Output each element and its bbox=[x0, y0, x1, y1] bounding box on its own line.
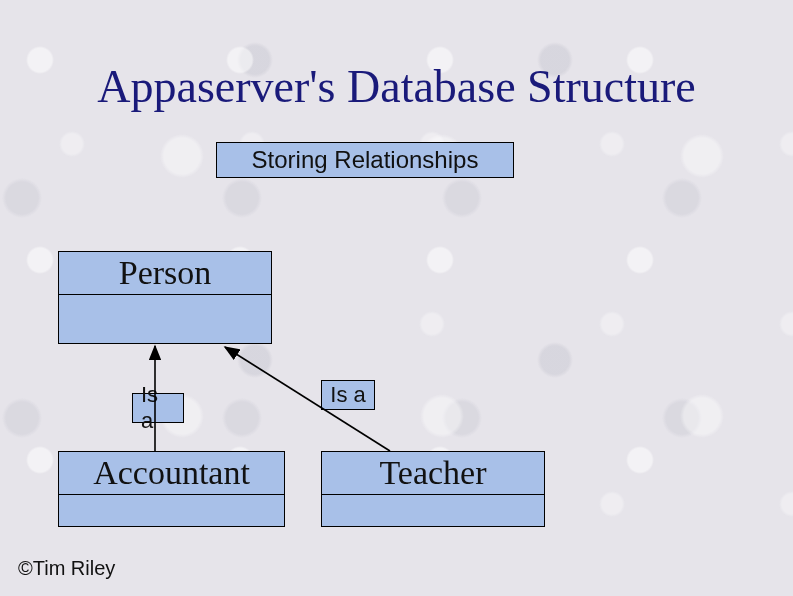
relationship-teacher-person-label: Is a bbox=[330, 382, 365, 408]
entity-person: Person bbox=[58, 251, 272, 344]
slide-title: Appaserver's Database Structure bbox=[0, 60, 793, 113]
entity-teacher: Teacher bbox=[321, 451, 545, 527]
entity-accountant-label: Accountant bbox=[59, 452, 284, 495]
relationship-accountant-person: Is a bbox=[132, 393, 184, 423]
subtitle-box: Storing Relationships bbox=[216, 142, 514, 178]
entity-person-label: Person bbox=[59, 252, 271, 295]
entity-accountant: Accountant bbox=[58, 451, 285, 527]
entity-teacher-label: Teacher bbox=[322, 452, 544, 495]
copyright: ©Tim Riley bbox=[18, 557, 115, 580]
relationship-accountant-person-label: Is a bbox=[141, 382, 175, 434]
relationship-teacher-person: Is a bbox=[321, 380, 375, 410]
subtitle-text: Storing Relationships bbox=[252, 146, 479, 174]
